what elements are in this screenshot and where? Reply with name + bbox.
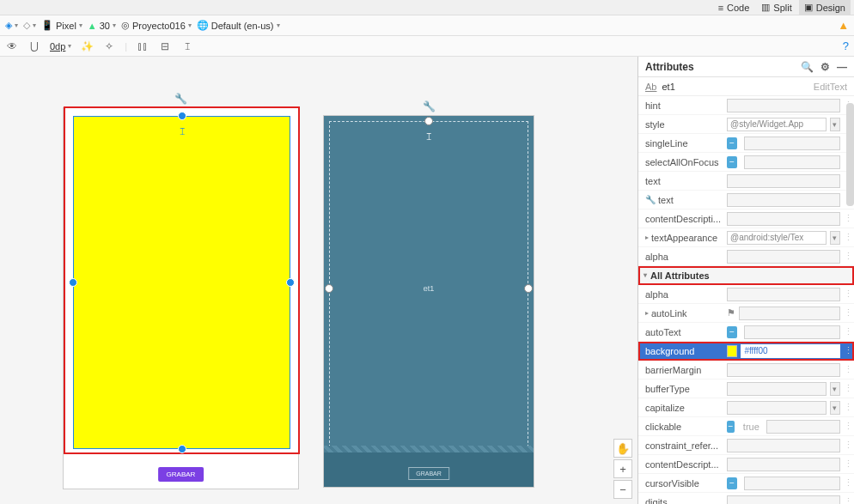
attr-value[interactable]	[727, 477, 840, 490]
attr-input[interactable]	[727, 382, 827, 396]
more-icon[interactable]: ⋮	[844, 307, 847, 319]
more-icon[interactable]: ⋮	[844, 402, 847, 413]
attr-value[interactable]	[727, 193, 840, 207]
all-attributes-header[interactable]: ▾All Attributes	[638, 266, 854, 285]
dropdown-icon[interactable]: ▾	[830, 118, 840, 131]
dropdown-icon[interactable]: ▾	[830, 401, 840, 415]
attr-input[interactable]	[727, 231, 827, 245]
more-icon[interactable]: ⋮	[844, 477, 847, 489]
attr-row-autoText[interactable]: autoText⋮	[638, 323, 854, 342]
attr-row-alpha[interactable]: alpha⋮	[638, 285, 854, 304]
attr-input[interactable]	[727, 495, 840, 505]
attr-value[interactable]: ▾	[727, 118, 840, 131]
align-icon[interactable]: ⫿⫿	[136, 40, 149, 52]
attr-row-barrierMargin[interactable]: barrierMargin⋮	[638, 361, 854, 380]
attr-input[interactable]	[744, 477, 840, 490]
attr-input[interactable]	[727, 288, 840, 301]
attr-value[interactable]	[727, 99, 840, 112]
tab-design[interactable]: ▣ Design	[799, 0, 851, 15]
more-icon[interactable]: ⋮	[844, 496, 847, 504]
checkbox-indeterminate[interactable]	[727, 421, 735, 433]
attr-input[interactable]	[741, 344, 840, 358]
attr-input[interactable]	[727, 363, 840, 377]
attr-row-singleLine[interactable]: singleLine⋮	[638, 134, 854, 153]
attr-input[interactable]	[727, 118, 827, 131]
attr-input[interactable]	[727, 458, 840, 471]
attr-value[interactable]	[727, 495, 840, 505]
attr-value[interactable]: true	[727, 420, 840, 434]
attr-row-text[interactable]: text⋮	[638, 172, 854, 191]
attr-row-capitalize[interactable]: capitalize▾⋮	[638, 398, 854, 417]
attr-value[interactable]	[727, 458, 840, 471]
guidelines-icon[interactable]: 𝙸	[180, 40, 194, 52]
checkbox-indeterminate[interactable]	[727, 137, 737, 149]
resize-handle-right[interactable]	[524, 284, 533, 293]
attr-row-background[interactable]: background⋮	[638, 342, 854, 361]
attr-value[interactable]	[727, 363, 840, 377]
attr-input[interactable]	[727, 439, 840, 452]
attr-value[interactable]	[727, 325, 840, 339]
resize-handle-bottom[interactable]	[178, 445, 186, 453]
zoom-out-button[interactable]: −	[613, 480, 632, 499]
resize-handle-top[interactable]	[424, 117, 433, 125]
attr-value[interactable]	[727, 137, 840, 150]
view-options-icon[interactable]: 👁	[5, 40, 19, 52]
attr-row-alpha[interactable]: alpha⋮	[638, 247, 854, 266]
resize-handle-left[interactable]	[325, 284, 333, 293]
grabar-button[interactable]: GRABAR	[158, 467, 204, 482]
attr-row-textAppearance[interactable]: ▸textAppearance▾⋮	[638, 228, 854, 247]
edittext-et1[interactable]: 𝙸	[73, 116, 290, 449]
more-icon[interactable]: ⋮	[844, 440, 847, 451]
locale-selector[interactable]: 🌐 Default (en-us) ▾	[197, 20, 280, 31]
color-swatch[interactable]	[727, 345, 737, 357]
orientation-icon[interactable]: ◇▾	[23, 20, 36, 31]
zoom-in-button[interactable]: +	[613, 459, 632, 478]
more-icon[interactable]: ⋮	[844, 383, 847, 394]
pan-button[interactable]: ✋	[613, 439, 632, 458]
more-icon[interactable]: ⋮	[844, 458, 847, 470]
attr-row-cursorVisible[interactable]: cursorVisible⋮	[638, 474, 854, 493]
attr-input[interactable]	[744, 155, 840, 169]
more-icon[interactable]: ⋮	[844, 345, 847, 356]
tab-code[interactable]: ≡ Code	[713, 1, 755, 15]
more-icon[interactable]: ⋮	[844, 288, 847, 300]
attr-input[interactable]	[727, 250, 840, 264]
attr-input[interactable]	[739, 307, 840, 320]
attr-input[interactable]	[766, 420, 840, 434]
attr-input[interactable]	[727, 174, 840, 188]
checkbox-indeterminate[interactable]	[727, 156, 737, 168]
api-selector[interactable]: ▲ 30 ▾	[88, 21, 116, 31]
attr-value[interactable]	[727, 288, 840, 301]
gear-icon[interactable]: ⚙	[820, 61, 830, 73]
scrollbar[interactable]	[846, 103, 854, 206]
grabar-button-blueprint[interactable]: GRABAR	[408, 467, 449, 480]
margin-selector[interactable]: 0dp ▾	[50, 41, 71, 52]
clear-constraints-icon[interactable]: ✨	[80, 40, 94, 52]
dropdown-icon[interactable]: ▾	[830, 231, 840, 245]
design-surface-icon[interactable]: ◈▾	[5, 20, 18, 31]
attr-value[interactable]: ▾	[727, 231, 840, 245]
search-icon[interactable]: 🔍	[801, 61, 814, 73]
more-icon[interactable]: ⋮	[844, 421, 847, 432]
resize-handle-left[interactable]	[69, 278, 77, 287]
expand-icon[interactable]: ▸	[645, 309, 649, 317]
more-icon[interactable]: ⋮	[844, 364, 847, 375]
attr-row-bufferType[interactable]: bufferType▾⋮	[638, 380, 854, 398]
attr-value[interactable]	[727, 344, 840, 358]
attr-row-contentDescripti-[interactable]: contentDescripti...⋮	[638, 209, 854, 228]
dropdown-icon[interactable]: ▾	[830, 382, 840, 396]
tab-split[interactable]: ▥ Split	[756, 0, 796, 15]
attr-row-contentDescript-[interactable]: contentDescript...⋮	[638, 455, 854, 474]
attr-row-autoLink[interactable]: ▸autoLink⚑⋮	[638, 304, 854, 323]
attr-row-text[interactable]: 🔧text⋮	[638, 191, 854, 209]
attr-row-selectAllOnFocus[interactable]: selectAllOnFocus⋮	[638, 153, 854, 172]
attr-input[interactable]	[727, 193, 840, 207]
more-icon[interactable]: ⋮	[844, 232, 847, 243]
attr-input[interactable]	[744, 137, 840, 150]
attr-value[interactable]: ▾	[727, 401, 840, 415]
attr-value[interactable]	[727, 439, 840, 452]
blueprint-edittext[interactable]: 𝙸 et1	[329, 121, 528, 456]
minimize-icon[interactable]: —	[837, 61, 847, 73]
attr-row-clickable[interactable]: clickabletrue⋮	[638, 417, 854, 436]
more-icon[interactable]: ⋮	[844, 326, 847, 337]
